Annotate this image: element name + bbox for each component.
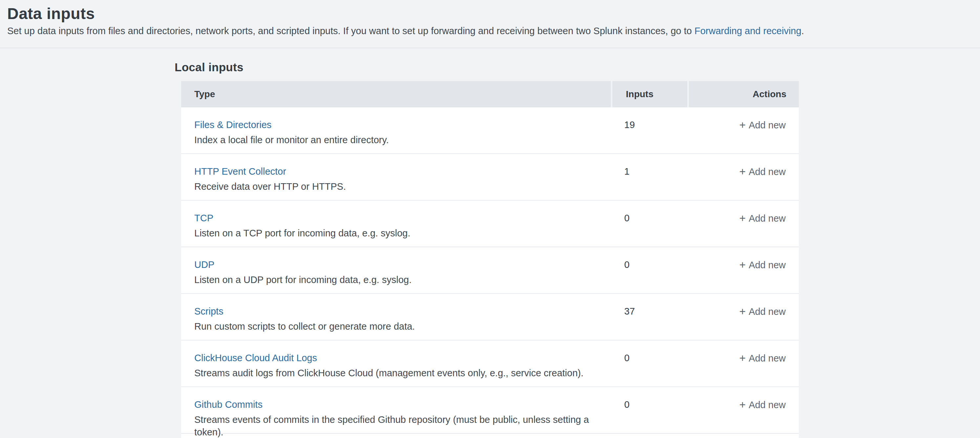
- column-header-inputs: Inputs: [612, 81, 687, 107]
- plus-icon: +: [740, 352, 746, 364]
- add-new-link[interactable]: +Add new: [740, 398, 786, 411]
- input-type-description: Streams audit logs from ClickHouse Cloud…: [194, 367, 611, 379]
- add-new-link[interactable]: +Add new: [740, 212, 786, 225]
- add-new-label: Add new: [749, 306, 786, 317]
- actions-cell: +Add new: [687, 107, 799, 153]
- type-cell: UDP Listen on a UDP port for incoming da…: [181, 247, 611, 293]
- column-header-type: Type: [181, 81, 611, 107]
- page-header: Data inputs Set up data inputs from file…: [0, 0, 980, 48]
- actions-cell: +Add new: [687, 387, 799, 433]
- table-row: UDP Listen on a UDP port for incoming da…: [181, 247, 799, 294]
- inputs-count: 0: [624, 399, 630, 410]
- add-new-label: Add new: [749, 120, 786, 131]
- page-subtitle: Set up data inputs from files and direct…: [7, 25, 980, 37]
- local-inputs-table: Type Inputs Actions Files & Directories …: [181, 81, 799, 438]
- add-new-link[interactable]: +Add new: [740, 118, 786, 131]
- plus-icon: +: [740, 119, 746, 131]
- page-title: Data inputs: [7, 5, 980, 23]
- inputs-count: 0: [624, 260, 630, 270]
- add-new-link[interactable]: +Add new: [740, 165, 786, 178]
- inputs-cell: 0: [611, 201, 687, 247]
- table-row: Scripts Run custom scripts to collect or…: [181, 294, 799, 341]
- input-type-link[interactable]: Scripts: [194, 305, 223, 317]
- table-row: ClickHouse Cloud Audit Logs Streams audi…: [181, 341, 799, 387]
- section-heading: Local inputs: [175, 61, 980, 74]
- type-cell: Github Commits Streams events of commits…: [181, 387, 611, 433]
- input-type-link[interactable]: UDP: [194, 258, 214, 271]
- input-type-description: Receive data over HTTP or HTTPS.: [194, 180, 611, 193]
- inputs-cell: 0: [611, 341, 687, 387]
- add-new-label: Add new: [749, 353, 786, 363]
- add-new-label: Add new: [749, 260, 786, 270]
- add-new-label: Add new: [749, 166, 786, 177]
- actions-cell: +Add new: [687, 201, 799, 247]
- forwarding-and-receiving-link[interactable]: Forwarding and receiving: [694, 25, 802, 36]
- inputs-cell: 37: [611, 294, 687, 340]
- actions-cell: +Add new: [687, 294, 799, 340]
- type-cell: ClickHouse Cloud Audit Logs Streams audi…: [181, 341, 611, 387]
- plus-icon: +: [740, 212, 746, 224]
- add-new-label: Add new: [749, 213, 786, 224]
- inputs-count: 37: [624, 306, 635, 317]
- input-type-description: Streams events of commits in the specifi…: [194, 413, 611, 438]
- table-row: HTTP Event Collector Receive data over H…: [181, 154, 799, 201]
- inputs-cell: 19: [611, 107, 687, 153]
- inputs-count: 0: [624, 213, 630, 223]
- actions-cell: +Add new: [687, 154, 799, 200]
- inputs-count: 1: [624, 166, 630, 177]
- plus-icon: +: [740, 259, 746, 271]
- input-type-link[interactable]: HTTP Event Collector: [194, 165, 286, 178]
- type-cell: Scripts Run custom scripts to collect or…: [181, 294, 611, 340]
- input-type-description: Listen on a UDP port for incoming data, …: [194, 274, 611, 286]
- plus-icon: +: [740, 166, 746, 178]
- table-row: TCP Listen on a TCP port for incoming da…: [181, 201, 799, 247]
- input-type-description: Listen on a TCP port for incoming data, …: [194, 227, 611, 239]
- add-new-label: Add new: [749, 400, 786, 410]
- table-row: Files & Directories Index a local file o…: [181, 107, 799, 154]
- content-area: Local inputs Type Inputs Actions Files &…: [175, 48, 980, 438]
- table-body: Files & Directories Index a local file o…: [181, 107, 799, 434]
- inputs-cell: 1: [611, 154, 687, 200]
- plus-icon: +: [740, 305, 746, 317]
- add-new-link[interactable]: +Add new: [740, 305, 786, 318]
- plus-icon: +: [740, 398, 746, 411]
- input-type-description: Run custom scripts to collect or generat…: [194, 320, 611, 333]
- table-row: Github Commits Streams events of commits…: [181, 387, 799, 434]
- table-header-row: Type Inputs Actions: [181, 81, 799, 107]
- input-type-link[interactable]: Files & Directories: [194, 118, 271, 131]
- type-cell: Files & Directories Index a local file o…: [181, 107, 611, 153]
- inputs-cell: 0: [611, 387, 687, 433]
- actions-cell: +Add new: [687, 341, 799, 387]
- input-type-link[interactable]: Github Commits: [194, 398, 262, 411]
- inputs-cell: 0: [611, 247, 687, 293]
- inputs-count: 19: [624, 119, 635, 130]
- type-cell: HTTP Event Collector Receive data over H…: [181, 154, 611, 200]
- input-type-link[interactable]: ClickHouse Cloud Audit Logs: [194, 352, 317, 364]
- add-new-link[interactable]: +Add new: [740, 352, 786, 365]
- page-subtitle-period: .: [802, 25, 804, 36]
- page-subtitle-text: Set up data inputs from files and direct…: [7, 25, 694, 36]
- input-type-link[interactable]: TCP: [194, 212, 213, 224]
- input-type-description: Index a local file or monitor an entire …: [194, 134, 611, 146]
- actions-cell: +Add new: [687, 247, 799, 293]
- type-cell: TCP Listen on a TCP port for incoming da…: [181, 201, 611, 247]
- inputs-count: 0: [624, 353, 630, 363]
- add-new-link[interactable]: +Add new: [740, 258, 786, 271]
- column-header-actions: Actions: [689, 81, 799, 107]
